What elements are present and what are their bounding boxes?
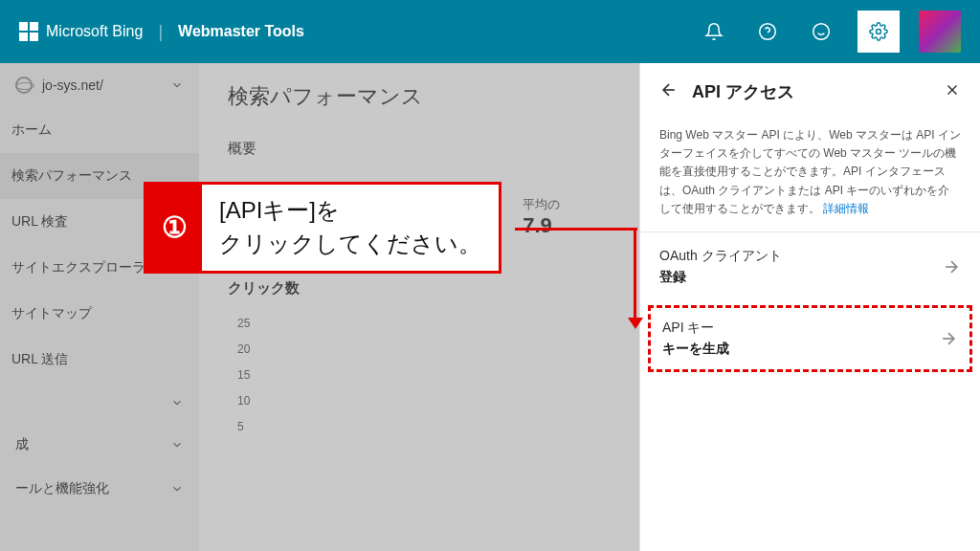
header-left: Microsoft Bing | Webmaster Tools (19, 22, 304, 42)
chevron-down-icon (170, 78, 184, 92)
metric-position: 平均の 7.9 (523, 196, 560, 241)
instruction-callout: ① [APIキー]を クリックしてください。 (144, 182, 501, 274)
brand-logo[interactable]: Microsoft Bing (19, 22, 143, 41)
apikey-title: API キー (662, 320, 939, 337)
header-right (697, 11, 961, 53)
user-avatar[interactable] (919, 11, 961, 53)
callout-arrow-icon (628, 318, 643, 329)
api-key-highlight: API キー キーを生成 (648, 305, 972, 372)
chevron-down-icon (170, 438, 184, 452)
site-selector[interactable]: jo-sys.net/ (0, 63, 199, 107)
callout-connector (515, 228, 637, 231)
nav-home[interactable]: ホーム (0, 107, 199, 153)
nav-section-1[interactable]: 成 (0, 423, 199, 467)
help-icon[interactable] (750, 14, 785, 49)
api-access-panel: API アクセス Bing Web マスター API により、Web マスターは… (639, 63, 980, 551)
oauth-title: OAuth クライアント (659, 248, 942, 265)
svg-point-1 (813, 24, 830, 40)
site-name: jo-sys.net/ (42, 77, 161, 93)
callout-text: [APIキー]を クリックしてください。 (202, 185, 499, 271)
chevron-down-icon (170, 482, 184, 496)
close-button[interactable] (944, 81, 961, 102)
globe-icon (15, 77, 33, 94)
panel-header: API アクセス (640, 63, 980, 121)
nav-section-2[interactable]: ールと機能強化 (0, 467, 199, 511)
svg-point-0 (760, 24, 776, 40)
nav-url-submit[interactable]: URL 送信 (0, 337, 199, 383)
arrow-right-icon (939, 329, 958, 348)
nav-section-0[interactable] (0, 383, 199, 423)
api-key-item[interactable]: API キー キーを生成 (662, 320, 958, 358)
nav-sitemap[interactable]: サイトマップ (0, 291, 199, 337)
panel-description: Bing Web マスター API により、Web マスターは API インター… (640, 121, 980, 231)
notifications-icon[interactable] (697, 14, 731, 49)
more-info-link[interactable]: 詳細情報 (823, 202, 869, 215)
arrow-right-icon (942, 257, 961, 276)
callout-number: ① (146, 185, 202, 271)
brand-text: Microsoft Bing (46, 23, 143, 40)
app-header: Microsoft Bing | Webmaster Tools (0, 0, 980, 63)
metric-label: 平均の (523, 196, 560, 213)
panel-title: API アクセス (692, 80, 930, 103)
brand-divider: | (158, 22, 163, 42)
chevron-down-icon (170, 396, 184, 409)
svg-point-2 (877, 30, 881, 34)
bing-icon (19, 22, 38, 41)
sidebar: jo-sys.net/ ホーム 検索パフォーマンス URL 検査 サイトエクスプ… (0, 63, 199, 551)
oauth-client-item[interactable]: OAuth クライアント 登録 (640, 232, 980, 301)
metric-value: 7.9 (523, 213, 560, 238)
back-button[interactable] (659, 80, 679, 103)
apikey-sub: キーを生成 (662, 341, 939, 358)
settings-icon[interactable] (858, 11, 900, 53)
callout-connector (634, 228, 636, 323)
feedback-icon[interactable] (804, 14, 838, 49)
product-name: Webmaster Tools (178, 23, 304, 40)
oauth-sub: 登録 (659, 269, 942, 286)
